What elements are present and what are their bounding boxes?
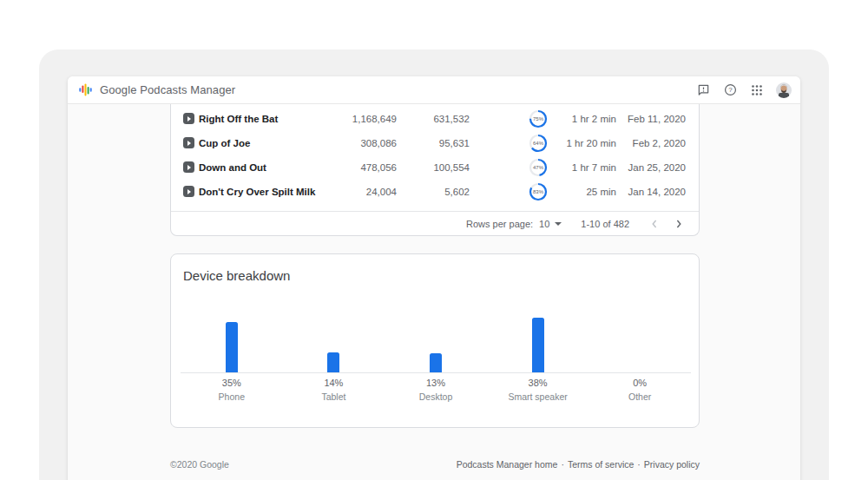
table-row[interactable]: Right Off the Bat 1,168,649 631,532 75% … (171, 107, 699, 131)
bar-tablet (327, 352, 339, 372)
play-icon[interactable] (183, 161, 194, 173)
help-icon[interactable]: ? (722, 82, 738, 98)
bar-value-label: 0% (633, 378, 647, 388)
episode-duration: 1 hr 2 min (572, 114, 616, 124)
episode-date: Jan 25, 2020 (628, 162, 686, 173)
rows-per-page-label: Rows per page: (466, 219, 533, 229)
episode-duration: 25 min (586, 187, 616, 197)
chart-title: Device breakdown (183, 268, 290, 283)
episode-duration: 1 hr 20 min (566, 138, 616, 148)
bar-value-label: 13% (426, 378, 445, 388)
episode-date: Jan 14, 2020 (628, 187, 686, 197)
avatar[interactable] (776, 82, 792, 98)
play-icon[interactable] (183, 186, 194, 197)
play-icon[interactable] (183, 137, 194, 148)
episode-plays: 478,056 (360, 162, 397, 173)
episode-plays: 24,004 (366, 187, 397, 197)
next-page-button[interactable] (673, 218, 685, 230)
bar-category-label: Phone (219, 391, 245, 402)
footer-separator: · (561, 459, 564, 470)
app-bar: Google Podcasts Manager ? (68, 76, 800, 104)
episode-title: Cup of Joe (199, 138, 250, 148)
table-row[interactable]: Cup of Joe 308,086 95,631 64% 1 hr 20 mi… (171, 131, 699, 155)
chart-column: 0% Other (589, 286, 691, 402)
bar-value-label: 14% (324, 378, 343, 388)
bar-value-label: 35% (222, 378, 241, 388)
episode-listeners: 5,602 (444, 187, 470, 197)
chart-column: 14% Tablet (283, 286, 385, 402)
chart-column: 38% Smart speaker (487, 286, 589, 402)
episodes-rows: Right Off the Bat 1,168,649 631,532 75% … (171, 104, 699, 204)
app-window: Google Podcasts Manager ? (68, 76, 800, 480)
footer-link-privacy-policy[interactable]: Privacy policy (644, 459, 700, 470)
bar-phone (226, 322, 238, 372)
chevron-down-icon (555, 222, 562, 226)
retention-ring: 75% (529, 109, 548, 128)
bar-chart: 35% Phone 14% Tablet 13% Desktop 38% Sma… (181, 286, 691, 402)
episode-date: Feb 2, 2020 (633, 138, 686, 148)
episode-title: Don't Cry Over Spilt Milk (199, 187, 315, 197)
svg-text:47%: 47% (533, 165, 544, 170)
bar-smart-speaker (532, 318, 544, 372)
episode-date: Feb 11, 2020 (628, 114, 686, 124)
apps-grid-icon[interactable] (749, 82, 765, 98)
bar-category-label: Tablet (321, 391, 345, 402)
retention-ring: 47% (529, 158, 548, 177)
episode-listeners: 631,532 (433, 114, 470, 124)
svg-text:64%: 64% (533, 141, 544, 146)
feedback-icon[interactable] (695, 82, 711, 98)
previous-page-button[interactable] (648, 218, 661, 230)
episode-plays: 1,168,649 (352, 114, 397, 124)
episode-title: Right Off the Bat (199, 114, 278, 124)
chart-column: 13% Desktop (385, 286, 487, 402)
episodes-table-card: Right Off the Bat 1,168,649 631,532 75% … (170, 104, 700, 236)
chart-baseline (181, 372, 691, 373)
svg-text:83%: 83% (533, 189, 544, 194)
footer-link-terms-of-service[interactable]: Terms of service (568, 459, 634, 470)
pagination-range: 1-10 of 482 (581, 219, 629, 229)
footer-link-podcasts-manager-home[interactable]: Podcasts Manager home (457, 459, 558, 470)
bar-desktop (430, 353, 442, 372)
chart-column: 35% Phone (181, 286, 283, 402)
rows-per-page-select[interactable]: 10 (539, 219, 562, 229)
episode-plays: 308,086 (360, 138, 397, 148)
retention-ring: 64% (529, 134, 548, 153)
episode-listeners: 95,631 (439, 138, 470, 148)
google-podcasts-logo-icon (78, 82, 93, 97)
copyright-text: ©2020 Google (170, 459, 229, 470)
bar-category-label: Smart speaker (508, 391, 567, 402)
table-row[interactable]: Don't Cry Over Spilt Milk 24,004 5,602 8… (171, 180, 699, 204)
episode-title: Down and Out (199, 162, 266, 173)
svg-text:75%: 75% (533, 116, 544, 122)
play-icon[interactable] (183, 113, 194, 124)
app-title: Google Podcasts Manager (100, 83, 235, 96)
svg-text:?: ? (728, 86, 733, 94)
device-breakdown-card: Device breakdown 35% Phone 14% Tablet 13… (170, 253, 700, 428)
episode-duration: 1 hr 7 min (572, 162, 616, 173)
footer-separator: · (637, 459, 641, 470)
app-footer: ©2020 Google Podcasts Manager home · Ter… (170, 459, 700, 470)
retention-ring: 83% (529, 182, 548, 201)
bar-value-label: 38% (529, 378, 548, 388)
bar-category-label: Desktop (419, 391, 453, 402)
pagination-bar: Rows per page: 10 1-10 of 482 (171, 211, 699, 235)
table-row[interactable]: Down and Out 478,056 100,554 47% 1 hr 7 … (171, 155, 699, 180)
bar-category-label: Other (628, 391, 651, 402)
episode-listeners: 100,554 (433, 162, 470, 173)
